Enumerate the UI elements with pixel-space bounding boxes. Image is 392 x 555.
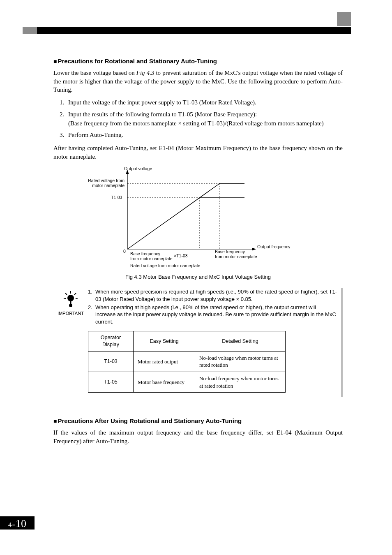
svg-line-16: [76, 298, 78, 299]
fig-times-t1-03: ×T1-03: [174, 253, 188, 258]
step-3: Perform Auto-Tuning.: [66, 131, 343, 140]
note-1: 1. When more speed precision is required…: [88, 288, 337, 303]
header-tab: [337, 12, 351, 26]
step-2-detail: (Base frequency from the motors nameplat…: [68, 120, 324, 127]
fig-base-freq-left: Base frequencyfrom motor nameplate: [130, 252, 173, 261]
fig-t1-03: T1-03: [111, 195, 122, 200]
fig-rated-v: Rated voltage frommotor nameplate: [82, 178, 125, 188]
settings-table: Operator Display Easy Setting Detailed S…: [88, 331, 286, 393]
page-number: 4 - 10: [0, 516, 35, 530]
step-1: Input the voltage of the input power sup…: [66, 98, 343, 107]
table-header: Operator Display Easy Setting Detailed S…: [88, 331, 286, 352]
content: Precautions for Rotational and Stationar…: [53, 58, 343, 449]
important-notes: 1. When more speed precision is required…: [88, 288, 341, 397]
section1-after: After having completed Auto-Tuning, set …: [53, 144, 343, 161]
svg-line-6: [127, 183, 220, 249]
intro-ref: Fig 4.3: [136, 69, 154, 76]
page: Precautions for Rotational and Stationar…: [0, 0, 392, 555]
step-2: Input the results of the following formu…: [66, 110, 343, 128]
important-block: IMPORTANT 1. When more speed precision i…: [53, 288, 343, 397]
fig-y-axis-label: Output voltage: [124, 166, 152, 171]
fig-x-axis-label: Output frequency: [257, 244, 291, 249]
cell-easy-1: Motor base frequency: [134, 372, 195, 393]
svg-point-9: [67, 295, 74, 301]
section1-intro: Lower the base voltage based on Fig 4.3 …: [53, 69, 343, 94]
section2-body: If the values of the maximum output freq…: [53, 428, 343, 445]
table-row: T1-05 Motor base frequency No-load frequ…: [88, 372, 286, 393]
fig-base-freq-right: Base frequencyfrom motor nameplate: [215, 250, 257, 259]
figure-4-3: Output voltage Rated voltage frommotor n…: [82, 167, 271, 270]
note-2-num: 2.: [88, 304, 95, 326]
fig-zero: 0: [123, 249, 126, 254]
svg-point-10: [69, 304, 72, 307]
svg-line-15: [64, 298, 66, 299]
cell-op-1: T1-05: [88, 372, 134, 393]
th-detailed: Detailed Setting: [195, 331, 286, 352]
th-operator: Operator Display: [88, 331, 134, 352]
important-label: IMPORTANT: [53, 311, 88, 316]
th-easy: Easy Setting: [134, 331, 195, 352]
step-2-text: Input the results of the following formu…: [68, 111, 257, 118]
page-num: 10: [16, 518, 26, 530]
note-1-text: When more speed precision is required at…: [95, 288, 337, 303]
note-1-num: 1.: [88, 288, 95, 303]
section2: Precautions After Using Rotational and S…: [53, 417, 343, 445]
note-2-text: When operating at high speeds (i.e., 90%…: [95, 304, 337, 326]
intro-a: Lower the base voltage based on: [53, 69, 136, 76]
figure-caption: Fig 4.3 Motor Base Frequency and MxC Inp…: [53, 274, 343, 280]
svg-line-14: [74, 293, 76, 295]
cell-op-0: T1-03: [88, 351, 134, 372]
svg-line-13: [65, 293, 67, 295]
steps-list: Input the voltage of the input power sup…: [66, 98, 343, 140]
chapter-num: 4: [8, 521, 12, 529]
header-bar: [23, 27, 351, 34]
page-dash: -: [12, 519, 15, 530]
section2-title: Precautions After Using Rotational and S…: [53, 417, 343, 424]
cell-easy-0: Motor rated output: [134, 351, 195, 372]
fig-rated-v-bottom: Rated voltage from motor nameplate: [130, 263, 200, 268]
cell-det-0: No-load voltage when motor turns at rate…: [195, 351, 286, 372]
header-bar-accent: [23, 27, 37, 34]
important-left: IMPORTANT: [53, 288, 88, 397]
note-2: 2. When operating at high speeds (i.e., …: [88, 304, 337, 326]
svg-rect-11: [70, 301, 71, 304]
section1-title: Precautions for Rotational and Stationar…: [53, 58, 343, 65]
important-icon: [61, 290, 80, 309]
cell-det-1: No-load frequency when motor turns at ra…: [195, 372, 286, 393]
table-row: T1-03 Motor rated output No-load voltage…: [88, 351, 286, 372]
